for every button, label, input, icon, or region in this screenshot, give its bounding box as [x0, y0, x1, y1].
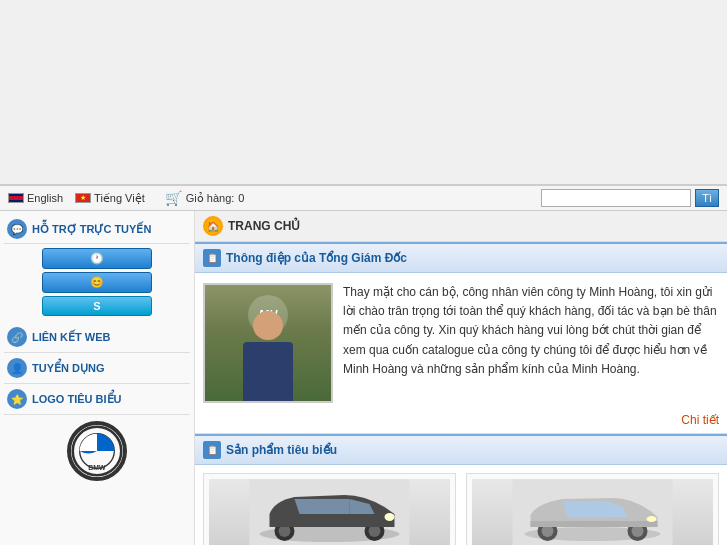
- ho-tro-label: HỖ TRỢ TRỰC TUYẾN: [32, 223, 151, 236]
- lang-vn-label: Tiếng Việt: [94, 192, 145, 205]
- person-figure: [238, 311, 298, 401]
- car-image-2: [472, 479, 713, 545]
- lang-vietnamese[interactable]: Tiếng Việt: [75, 192, 145, 205]
- skype-btn[interactable]: S: [42, 296, 152, 316]
- cart-area: 🛒 Giỏ hàng: 0: [165, 190, 245, 206]
- search-area: Tì: [541, 189, 719, 207]
- home-icon: 🏠: [203, 216, 223, 236]
- breadcrumb-text: TRANG CHỦ: [228, 219, 300, 233]
- top-bar: English Tiếng Việt 🛒 Giỏ hàng: 0 Tì: [0, 185, 727, 211]
- person-head: [253, 311, 283, 340]
- sidebar: 💬 HỖ TRỢ TRỰC TUYẾN 🕐 😊 S 🔗 LIÊN KẾT WEB: [0, 211, 195, 545]
- bmw-circle: BMW: [67, 421, 127, 481]
- lien-ket-link[interactable]: 🔗 LIÊN KẾT WEB: [4, 322, 190, 353]
- chi-tiet-link[interactable]: Chi tiết: [195, 413, 727, 433]
- cart-count: 0: [238, 192, 244, 204]
- product-item-1[interactable]: [203, 473, 456, 545]
- lien-ket-icon: 🔗: [7, 327, 27, 347]
- message-text: Thay mặt cho cán bộ, công nhân viên công…: [343, 283, 719, 403]
- logo-tieu-bieu-label: LOGO TIÊU BIỂU: [32, 393, 122, 406]
- support-btn-2[interactable]: 😊: [42, 272, 152, 293]
- cart-label: Giỏ hàng:: [186, 192, 235, 205]
- lang-en-label: English: [27, 192, 63, 204]
- car-svg-2: [472, 479, 713, 545]
- svg-point-9: [385, 513, 395, 521]
- car-image-1: [209, 479, 450, 545]
- logo-tieu-bieu-icon: ⭐: [7, 389, 27, 409]
- product-item-2[interactable]: [466, 473, 719, 545]
- products-grid: [195, 465, 727, 545]
- lang-english[interactable]: English: [8, 192, 63, 204]
- bmw-logo: BMW: [57, 421, 137, 481]
- svg-point-16: [647, 516, 657, 522]
- ceo-message-title: Thông điệp của Tổng Giám Đốc: [226, 251, 407, 265]
- car-svg-1: [209, 479, 450, 545]
- lien-ket-label: LIÊN KẾT WEB: [32, 331, 111, 344]
- support-btn-1[interactable]: 🕐: [42, 248, 152, 269]
- person-body: [243, 342, 293, 401]
- ceo-message-header: 📋 Thông điệp của Tổng Giám Đốc: [195, 242, 727, 273]
- ad-banner: [0, 0, 727, 185]
- search-button[interactable]: Tì: [695, 189, 719, 207]
- ceo-section-icon: 📋: [203, 249, 221, 267]
- breadcrumb: 🏠 TRANG CHỦ: [195, 211, 727, 242]
- svg-text:BMW: BMW: [88, 464, 106, 471]
- bmw-svg: BMW: [71, 421, 123, 481]
- skype-icon: S: [93, 300, 100, 312]
- tuyen-dung-link[interactable]: 👤 TUYỂN DỤNG: [4, 353, 190, 384]
- flag-vn-icon: [75, 193, 91, 203]
- message-area: MH Thay mặt cho cán bộ, công nhân viên c…: [195, 273, 727, 413]
- smile-icon: 😊: [90, 276, 104, 288]
- tuyen-dung-label: TUYỂN DỤNG: [32, 362, 104, 375]
- products-section: 📋 Sản phẩm tiêu biểu: [195, 433, 727, 545]
- ho-tro-section: 💬 HỖ TRỢ TRỰC TUYẾN 🕐 😊 S: [4, 215, 190, 316]
- clock-icon: 🕐: [90, 252, 104, 264]
- content-area: 🏠 TRANG CHỦ 📋 Thông điệp của Tổng Giám Đ…: [195, 211, 727, 545]
- products-header: 📋 Sản phẩm tiêu biểu: [195, 434, 727, 465]
- products-title: Sản phẩm tiêu biểu: [226, 443, 337, 457]
- cart-icon: 🛒: [165, 190, 182, 206]
- flag-en-icon: [8, 193, 24, 203]
- search-input[interactable]: [541, 189, 691, 207]
- tuyen-dung-icon: 👤: [7, 358, 27, 378]
- logo-tieu-bieu-link[interactable]: ⭐ LOGO TIÊU BIỂU: [4, 384, 190, 415]
- ho-tro-header: 💬 HỖ TRỢ TRỰC TUYẾN: [4, 215, 190, 244]
- ceo-photo: MH: [203, 283, 333, 403]
- ho-tro-icon: 💬: [7, 219, 27, 239]
- products-section-icon: 📋: [203, 441, 221, 459]
